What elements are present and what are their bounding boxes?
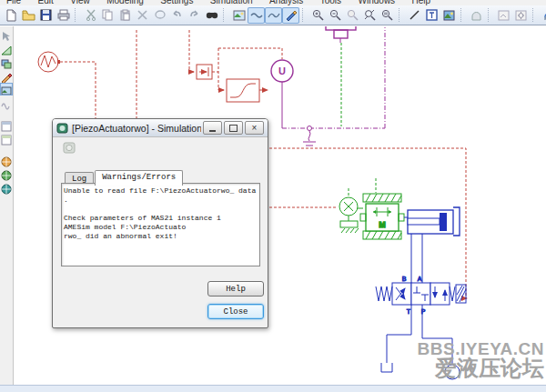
zoom-previous-button[interactable] <box>344 7 361 24</box>
log-line: AMESim model F:\PiezoActuato <box>64 223 258 232</box>
undo-icon[interactable] <box>168 7 186 24</box>
log-line: Check parameters of MAS21 instance 1 <box>64 214 258 223</box>
svg-text:A: A <box>418 276 422 282</box>
amesim-ghost-icon <box>63 141 76 154</box>
svg-text:T: T <box>407 308 411 315</box>
open-folder-button[interactable] <box>20 7 37 24</box>
mechanical-lines[interactable] <box>341 43 376 196</box>
sidebar-gap <box>1 111 12 116</box>
zoom-normal-button[interactable] <box>379 7 396 24</box>
print-button[interactable] <box>55 7 72 24</box>
saturation-block[interactable] <box>227 79 259 102</box>
signal-source[interactable] <box>38 52 60 72</box>
toolbar-separator <box>532 8 537 22</box>
log-line: . <box>64 196 258 205</box>
log-output[interactable]: Unable to read file F:\PiezoActuatorwo_ … <box>61 183 260 266</box>
amesim-app-icon <box>56 122 68 134</box>
close-window-button[interactable]: × <box>245 121 264 135</box>
save-button[interactable] <box>37 7 55 24</box>
delete-icon[interactable] <box>134 7 151 24</box>
maximize-button[interactable] <box>224 121 243 135</box>
parameter-mode-button[interactable] <box>265 7 282 24</box>
image-tool-button[interactable] <box>440 7 458 24</box>
toolbar-separator <box>75 8 79 22</box>
electrical-wires[interactable] <box>282 27 385 128</box>
electrical-ground[interactable] <box>303 126 316 146</box>
toolbar-separator <box>302 8 307 22</box>
log-line <box>64 205 258 214</box>
help-button[interactable]: Help <box>207 281 264 297</box>
watch-mode-button[interactable] <box>248 7 265 24</box>
signal-wave-icon[interactable] <box>1 97 12 108</box>
displacement-sensor[interactable] <box>339 197 363 233</box>
toolbar-separator <box>223 8 228 22</box>
tab-warnings-errors[interactable]: Warnings/Errors <box>95 170 183 186</box>
frame-icon[interactable] <box>495 7 512 24</box>
minimize-button[interactable] <box>203 121 222 135</box>
sidebar-gap <box>1 146 12 152</box>
mass-block[interactable]: M <box>360 204 404 231</box>
find-icon[interactable] <box>203 7 220 24</box>
left-toolbar <box>0 26 14 386</box>
image-mode-icon[interactable] <box>1 84 12 95</box>
svg-text:M: M <box>379 220 386 229</box>
hydraulic-cylinder[interactable] <box>404 207 460 236</box>
directional-valve[interactable]: B A T P <box>376 276 466 315</box>
cut-icon[interactable] <box>82 7 99 24</box>
snapshot-icon[interactable] <box>230 7 248 24</box>
zoom-selection-button[interactable] <box>361 7 379 24</box>
lock-icon[interactable] <box>468 7 485 24</box>
triangle-ruler-icon[interactable] <box>1 43 12 54</box>
update-link-icon[interactable] <box>540 7 546 24</box>
component-stack-icon[interactable] <box>1 56 12 67</box>
toolbar-separator <box>399 8 403 22</box>
window-b-icon[interactable] <box>1 133 12 144</box>
window-a-icon[interactable] <box>1 119 12 130</box>
piezo-stack[interactable] <box>326 26 356 43</box>
right-spring <box>450 286 455 301</box>
paste-icon[interactable] <box>116 7 134 24</box>
tank[interactable] <box>381 363 392 372</box>
log-line: Unable to read file F:\PiezoActuatorwo_ … <box>64 186 258 196</box>
left-spring <box>376 286 392 301</box>
new-file-button[interactable] <box>3 7 20 24</box>
globe-green-icon[interactable] <box>1 168 12 179</box>
svg-text:B: B <box>402 276 407 282</box>
dialog-title: [PiezoActuatorwo] - Simulation... <box>68 123 201 134</box>
copy-icon[interactable] <box>99 7 116 24</box>
horizontal-scrollbar[interactable] <box>0 385 546 392</box>
toolbar-separator <box>460 8 465 22</box>
close-button[interactable]: Close <box>207 304 264 319</box>
simulation-run-dialog: [PiezoActuatorwo] - Simulation... × LogW… <box>52 118 268 328</box>
select-tool-icon[interactable] <box>1 29 12 40</box>
globe-orange-icon[interactable] <box>1 155 12 166</box>
globe-teal-icon[interactable] <box>1 182 12 193</box>
gain-block[interactable] <box>197 65 212 79</box>
zoom-in-button[interactable] <box>309 7 327 24</box>
log-line: rwo_ did an abnormal exit! <box>64 232 258 241</box>
gear-icon[interactable] <box>512 7 530 24</box>
redo-icon[interactable] <box>186 7 203 24</box>
pump[interactable] <box>445 365 460 379</box>
line-tool-button[interactable] <box>406 7 423 24</box>
main-toolbar <box>0 5 546 25</box>
voltage-source[interactable]: U <box>271 60 293 128</box>
pencil-sketch-icon[interactable] <box>1 70 12 81</box>
text-tool-button[interactable] <box>423 7 440 24</box>
svg-text:P: P <box>421 308 426 315</box>
zoom-out-button[interactable] <box>327 7 344 24</box>
dialog-titlebar[interactable]: [PiezoActuatorwo] - Simulation... × <box>53 119 268 137</box>
toolbar-separator <box>488 8 492 22</box>
select-all-icon[interactable] <box>151 7 168 24</box>
svg-text:U: U <box>278 65 286 76</box>
sketch-mode-button[interactable] <box>282 7 299 24</box>
